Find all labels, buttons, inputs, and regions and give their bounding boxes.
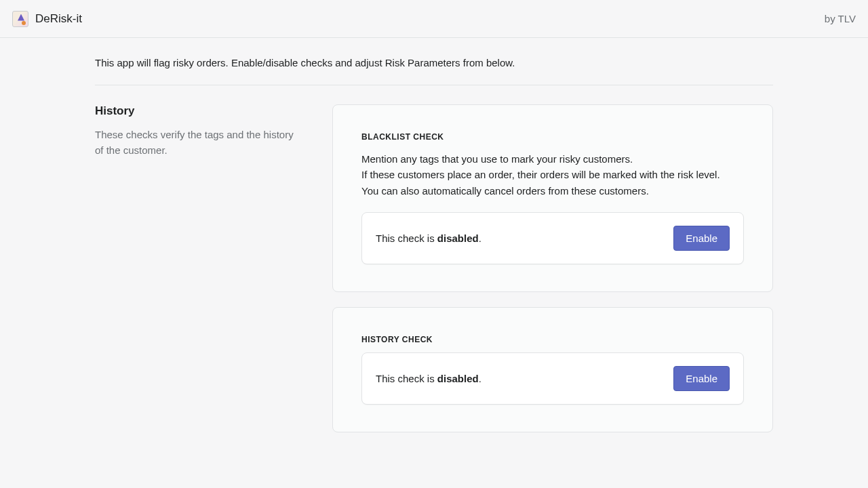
history-section: History These checks verify the tags and…	[95, 104, 773, 432]
blacklist-desc-line2: If these customers place an order, their…	[361, 169, 720, 180]
blacklist-status-prefix: This check is	[376, 232, 437, 244]
main-container: This app will flag risky orders. Enable/…	[95, 38, 773, 451]
blacklist-enable-button[interactable]: Enable	[673, 226, 730, 251]
history-check-card: HISTORY CHECK This check is disabled. En…	[332, 307, 773, 432]
blacklist-check-card: BLACKLIST CHECK Mention any tags that yo…	[332, 104, 773, 292]
blacklist-desc-line1: Mention any tags that you use to mark yo…	[361, 153, 633, 165]
app-title: DeRisk-it	[35, 12, 82, 26]
blacklist-card-description: Mention any tags that you use to mark yo…	[361, 151, 744, 199]
blacklist-status-text: This check is disabled.	[376, 232, 481, 244]
blacklist-status-state: disabled	[437, 232, 479, 244]
cards-column: BLACKLIST CHECK Mention any tags that yo…	[332, 104, 773, 432]
history-enable-button[interactable]: Enable	[673, 366, 730, 391]
blacklist-status-box: This check is disabled. Enable	[361, 212, 744, 264]
section-sidebar: History These checks verify the tags and…	[95, 104, 298, 432]
history-card-title: HISTORY CHECK	[361, 335, 744, 344]
topbar-left: DeRisk-it	[12, 11, 82, 27]
history-status-suffix: .	[479, 373, 481, 384]
intro-text: This app will flag risky orders. Enable/…	[95, 57, 773, 85]
top-bar: DeRisk-it by TLV	[0, 0, 868, 38]
history-status-text: This check is disabled.	[376, 373, 481, 384]
blacklist-status-suffix: .	[479, 232, 481, 244]
history-status-prefix: This check is	[376, 373, 437, 384]
section-title: History	[95, 104, 298, 118]
app-logo-icon	[12, 11, 28, 27]
history-status-state: disabled	[437, 373, 479, 384]
blacklist-desc-line3: You can also automatically cancel orders…	[361, 185, 649, 197]
history-status-box: This check is disabled. Enable	[361, 352, 744, 405]
byline: by TLV	[825, 13, 856, 24]
blacklist-card-title: BLACKLIST CHECK	[361, 132, 744, 142]
section-description: These checks verify the tags and the his…	[95, 127, 298, 158]
